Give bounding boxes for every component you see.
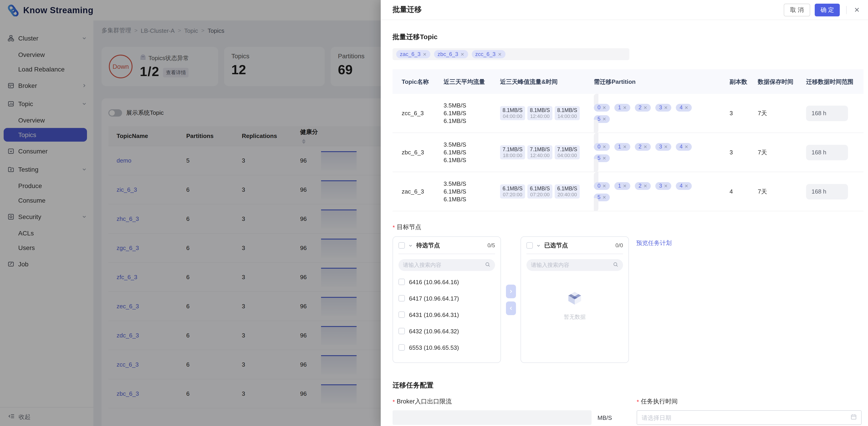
exec-time-label: 任务执行时间: [641, 398, 678, 406]
close-icon[interactable]: ✕: [423, 52, 427, 57]
node-list-item[interactable]: 6553 (10.96.65.53): [393, 339, 500, 356]
close-icon[interactable]: ✕: [644, 144, 647, 149]
partition-tag[interactable]: 3✕: [655, 143, 671, 151]
partition-select[interactable]: 0✕1✕2✕3✕4✕5✕: [594, 133, 730, 172]
close-icon[interactable]: ✕: [460, 52, 464, 57]
partition-tag[interactable]: 2✕: [635, 103, 651, 111]
topic-tag[interactable]: zac_6_3✕: [396, 50, 430, 58]
node-list-item[interactable]: 6417 (10.96.64.17): [393, 290, 500, 306]
move-left-button[interactable]: [506, 301, 516, 315]
chevron-down-icon[interactable]: [408, 243, 412, 247]
partition-tag[interactable]: 0✕: [594, 182, 610, 190]
close-icon[interactable]: ✕: [664, 144, 668, 149]
node-checkbox[interactable]: [399, 295, 405, 301]
search-input[interactable]: [531, 262, 610, 268]
select-all-checkbox[interactable]: [399, 242, 405, 249]
partition-tag[interactable]: 4✕: [676, 103, 692, 111]
partition-tag[interactable]: 1✕: [614, 143, 630, 151]
close-icon[interactable]: ✕: [623, 183, 627, 188]
section-title-batch-topics: 批量迁移Topic: [393, 33, 863, 41]
close-icon[interactable]: ✕: [602, 144, 606, 149]
close-icon[interactable]: ✕: [684, 105, 688, 110]
range-input[interactable]: 168 h: [806, 105, 848, 121]
range-input[interactable]: 168 h: [806, 145, 848, 160]
partition-tag[interactable]: 1✕: [614, 182, 630, 190]
partition-tag[interactable]: 2✕: [635, 143, 651, 151]
close-icon[interactable]: ✕: [602, 116, 606, 121]
exec-time-picker[interactable]: [637, 410, 862, 425]
peak-flow: 8.1MB/S04:00:00 8.1MB/S12:40:00 8.1MB/S1…: [500, 106, 594, 120]
partition-tag[interactable]: 0✕: [594, 143, 610, 151]
retention: 7天: [758, 109, 806, 117]
empty-state: 暂无数据: [521, 290, 628, 321]
close-icon[interactable]: ✕: [602, 155, 606, 160]
batch-migration-drawer: 批量迁移 取 消 确 定 ✕ 批量迁移Topic zac_6_3✕zbc_6_3…: [381, 0, 868, 426]
close-icon[interactable]: ✕: [664, 183, 668, 188]
selection-count: 0/0: [616, 242, 623, 249]
partition-tag[interactable]: 5✕: [594, 115, 610, 123]
close-icon[interactable]: ✕: [664, 105, 668, 110]
close-icon[interactable]: ✕: [684, 183, 688, 188]
migration-topic-row: zbc_6_3 3.5MB/S6.1MB/S6.1MB/S 7.1MB/S18:…: [393, 133, 863, 172]
topic-tag[interactable]: zcc_6_3✕: [472, 50, 505, 58]
node-checkbox[interactable]: [399, 328, 405, 334]
peak-flow: 6.1MB/S07:20:00 6.1MB/S07:20:00 6.1MB/S2…: [500, 184, 594, 199]
close-icon[interactable]: ✕: [602, 195, 606, 200]
partition-tag[interactable]: 3✕: [655, 103, 671, 111]
preview-plan-link[interactable]: 预览任务计划: [636, 239, 672, 363]
node-list: 6416 (10.96.64.16)6417 (10.96.64.17)6431…: [393, 274, 500, 356]
node-search[interactable]: [399, 259, 495, 271]
partition-tag[interactable]: 3✕: [655, 182, 671, 190]
selected-topics-box: zac_6_3✕zbc_6_3✕zcc_6_3✕: [393, 48, 629, 60]
node-checkbox[interactable]: [399, 344, 405, 351]
partition-tag[interactable]: 1✕: [614, 103, 630, 111]
throttle-input[interactable]: [393, 410, 592, 425]
node-checkbox[interactable]: [399, 279, 405, 285]
node-search[interactable]: [526, 259, 623, 271]
target-nodes-label: 目标节点: [397, 223, 421, 231]
avg-flow: 3.5MB/S6.1MB/S6.1MB/S: [443, 141, 500, 164]
partition-tag[interactable]: 2✕: [635, 182, 651, 190]
close-icon[interactable]: ✕: [602, 105, 606, 110]
avg-flow: 3.5MB/S6.1MB/S6.1MB/S: [443, 101, 500, 125]
partition-tag[interactable]: 4✕: [676, 143, 692, 151]
node-list-item[interactable]: 6432 (10.96.64.32): [393, 323, 500, 339]
close-icon[interactable]: ✕: [644, 183, 647, 188]
selection-count: 0/5: [488, 242, 495, 249]
node-checkbox[interactable]: [399, 311, 405, 318]
cancel-button[interactable]: 取 消: [784, 3, 810, 16]
chevron-down-icon[interactable]: [536, 243, 540, 247]
range-input[interactable]: 168 h: [806, 184, 848, 199]
node-list-item[interactable]: 6416 (10.96.64.16): [393, 274, 500, 290]
topic-name: zcc_6_3: [402, 110, 443, 117]
close-icon[interactable]: ✕: [623, 105, 627, 110]
peak-flow: 7.1MB/S18:00:00 7.1MB/S12:40:00 7.1MB/S0…: [500, 145, 594, 159]
date-input[interactable]: [642, 414, 851, 421]
migration-topic-row: zcc_6_3 3.5MB/S6.1MB/S6.1MB/S 8.1MB/S04:…: [393, 94, 863, 133]
confirm-button[interactable]: 确 定: [815, 3, 840, 16]
retention: 7天: [758, 187, 806, 195]
search-icon: [613, 262, 618, 269]
close-icon[interactable]: ✕: [684, 144, 688, 149]
node-list-item[interactable]: 6431 (10.96.64.31): [393, 306, 500, 323]
close-icon[interactable]: ✕: [498, 52, 502, 57]
selected-nodes-panel: 已选节点 0/0 暂无数据: [521, 236, 629, 363]
close-icon[interactable]: ✕: [853, 5, 861, 15]
retention: 7天: [758, 148, 806, 156]
partition-tag[interactable]: 5✕: [594, 193, 610, 201]
required-asterisk: *: [393, 224, 395, 231]
partition-tag[interactable]: 0✕: [594, 103, 610, 111]
throttle-label: Broker入口出口限流: [397, 398, 452, 406]
partition-select[interactable]: 0✕1✕2✕3✕4✕5✕: [594, 172, 730, 211]
section-title-task-config: 迁移任务配置: [393, 381, 863, 390]
select-all-checkbox[interactable]: [526, 242, 533, 249]
partition-select[interactable]: 0✕1✕2✕3✕4✕5✕: [594, 94, 730, 133]
partition-tag[interactable]: 4✕: [676, 182, 692, 190]
partition-tag[interactable]: 5✕: [594, 154, 610, 162]
topic-tag[interactable]: zbc_6_3✕: [434, 50, 468, 58]
search-input[interactable]: [403, 262, 482, 268]
close-icon[interactable]: ✕: [644, 105, 647, 110]
close-icon[interactable]: ✕: [602, 183, 606, 188]
close-icon[interactable]: ✕: [623, 144, 627, 149]
move-right-button[interactable]: [506, 284, 516, 298]
